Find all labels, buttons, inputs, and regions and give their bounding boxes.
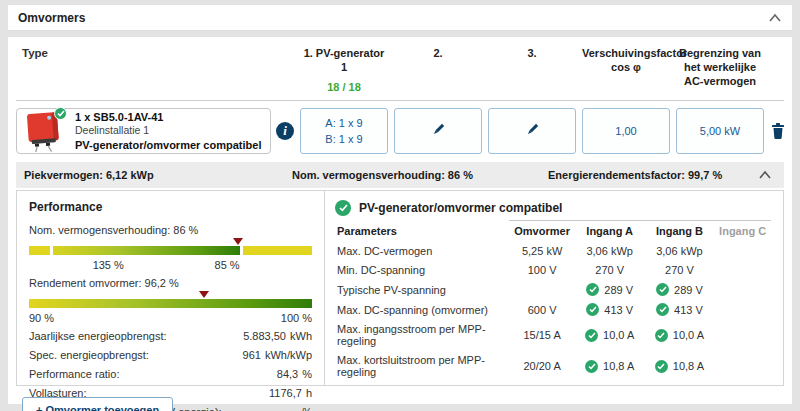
efficiency-gauge-label: Rendement omvormer: 96,2 % [29, 277, 312, 289]
table-row: Max. kortsluitstroom per MPP-regeling 20… [335, 351, 771, 382]
col-parameters: Parameters [335, 221, 509, 243]
gauge-tick: 100 % [281, 312, 312, 326]
table-row: Max. DC-spanning (omvormer) 600 V 413 V … [335, 300, 771, 320]
ok-check-icon [656, 283, 669, 296]
column-header-cos-phi: Verschuivingsfactor cos φ [582, 47, 670, 94]
col-ingang-a: Ingang A [575, 221, 645, 243]
table-row: Max. DC-vermogen 5,25 kW 3,06 kWp 3,06 k… [335, 242, 771, 261]
col-omvormer: Omvormer [509, 221, 574, 243]
compatible-check-icon [335, 200, 351, 216]
inverters-panel: Type 1. PV-generator 1 18 / 18 2. 3. Ver… [8, 37, 792, 404]
table-row: Typische PV-spanning 289 V 289 V [335, 280, 771, 300]
power-ratio-marker [233, 238, 243, 245]
inverter-type-card[interactable]: 1 x SB5.0-1AV-41 Deelinstallatie 1 PV-ge… [16, 108, 271, 154]
subinstallation-label: Deelinstallatie 1 [75, 124, 261, 138]
section-title: Omvormers [18, 11, 85, 25]
col-ingang-b: Ingang B [645, 221, 715, 243]
column-header-3: 3. [488, 47, 576, 94]
section-header: Omvormers [8, 5, 792, 31]
stat-performance-ratio: Performance ratio: 84,3 % [29, 368, 312, 380]
column-header-ac-limit: Begrenzing van het werkelijke AC-vermoge… [676, 47, 764, 94]
ok-check-icon [585, 329, 598, 342]
generator-2-edit-button[interactable] [394, 108, 482, 154]
power-ratio-gauge [29, 238, 312, 258]
ok-check-icon [655, 329, 668, 342]
gauge-tick: 90 % [29, 312, 54, 326]
efficiency-marker [199, 291, 209, 298]
col-ingang-c: Ingang C [714, 221, 771, 243]
parameters-header-row: Parameters Omvormer Ingang A Ingang B In… [335, 221, 771, 243]
table-header-row: Type 1. PV-generator 1 18 / 18 2. 3. Ver… [16, 43, 784, 101]
table-row: Max. ingangsstroom per MPP-regeling 15/1… [335, 320, 771, 351]
cos-phi-field[interactable]: 1,00 [582, 108, 670, 154]
summary-bar: Piekvermogen: 6,12 kWp Nom. vermogensver… [16, 162, 784, 188]
performance-panel: Performance Nom. vermogensverhouding: 86… [17, 191, 325, 385]
gauge-tick: 135 % [93, 259, 124, 271]
ac-power-limit-field[interactable]: 5,00 kW [676, 108, 764, 154]
inverter-product-image [23, 110, 67, 152]
ac-power-limit-value: 5,00 kW [700, 123, 740, 140]
pv-generator-config-button[interactable]: A: 1 x 9 B: 1 x 9 [300, 108, 388, 154]
info-icon[interactable]: i [276, 122, 294, 140]
module-count: 18 / 18 [300, 81, 388, 95]
pencil-icon [431, 122, 446, 142]
compatibility-title: PV-generator/omvormer compatibel [359, 201, 562, 215]
pencil-icon [525, 122, 540, 142]
ok-check-icon [586, 283, 599, 296]
add-inverter-button[interactable]: + Omvormer toevoegen [22, 397, 173, 411]
performance-title: Performance [29, 200, 312, 214]
cos-phi-value: 1,00 [615, 123, 636, 140]
stat-specific-yield: Spec. energieopbrengst: 961 kWh/kWp [29, 349, 312, 361]
ok-check-icon [586, 303, 599, 316]
compatibility-panel: PV-generator/omvormer compatibel Paramet… [325, 191, 783, 385]
power-ratio-summary: Nom. vermogensverhouding: 86 % [292, 169, 548, 181]
collapse-details-chevron-up-icon[interactable] [758, 170, 772, 180]
table-row: Min. DC-spanning 100 V 270 V 270 V [335, 261, 771, 280]
power-ratio-gauge-label: Nom. vermogensverhouding: 86 % [29, 224, 312, 236]
column-header-type: Type [16, 47, 294, 94]
inverter-row: 1 x SB5.0-1AV-41 Deelinstallatie 1 PV-ge… [16, 101, 784, 162]
energy-yield-factor-summary: Energierendementsfactor: 99,7 % [548, 169, 758, 181]
generator-3-edit-button[interactable] [488, 108, 576, 154]
delete-inverter-trash-icon[interactable] [770, 121, 786, 141]
generator-string-a: A: 1 x 9 [325, 115, 362, 132]
efficiency-gauge [29, 291, 312, 311]
column-header-2: 2. [394, 47, 482, 94]
details-section: Performance Nom. vermogensverhouding: 86… [16, 190, 784, 386]
ok-check-icon [585, 360, 598, 373]
ok-check-icon [655, 360, 668, 373]
inverter-name: 1 x SB5.0-1AV-41 [75, 110, 261, 124]
column-header-pv-generator: 1. PV-generator 1 18 / 18 [300, 47, 388, 94]
gauge-tick: 85 % [215, 259, 240, 271]
ok-check-icon [656, 303, 669, 316]
collapse-section-chevron-up-icon[interactable] [768, 13, 782, 23]
stat-annual-yield: Jaarlijkse energieopbrengst: 5.883,50 kW… [29, 330, 312, 342]
compatibility-status: PV-generator/omvormer compatibel [75, 138, 261, 152]
peak-power-summary: Piekvermogen: 6,12 kWp [24, 169, 292, 181]
parameters-table: Parameters Omvormer Ingang A Ingang B In… [335, 220, 771, 382]
generator-string-b: B: 1 x 9 [325, 131, 362, 148]
